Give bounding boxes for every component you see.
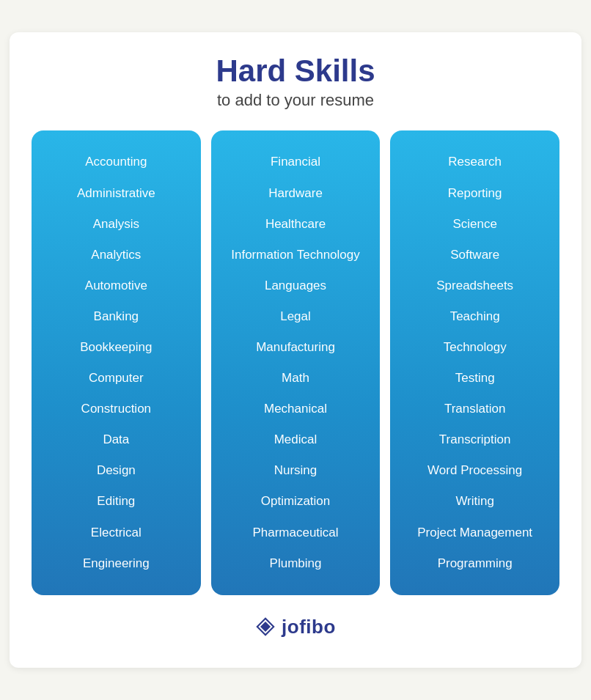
skill-item: Automotive	[39, 270, 194, 301]
skill-item: Project Management	[397, 517, 552, 548]
skill-item: Spreadsheets	[397, 270, 552, 301]
skills-columns: AccountingAdministrativeAnalysisAnalytic…	[32, 130, 559, 594]
skill-item: Research	[397, 147, 552, 177]
skill-item: Financial	[219, 147, 373, 177]
skill-item: Data	[39, 424, 194, 455]
skill-item: Word Processing	[397, 455, 552, 486]
skill-item: Languages	[219, 270, 373, 301]
skills-column-col1: AccountingAdministrativeAnalysisAnalytic…	[32, 130, 201, 594]
brand-icon	[255, 616, 276, 637]
skill-item: Pharmaceutical	[219, 517, 373, 548]
brand-name: jofibo	[282, 616, 336, 638]
skill-item: Information Technology	[219, 240, 373, 270]
skill-item: Manufacturing	[219, 332, 373, 363]
skill-item: Nursing	[219, 455, 373, 486]
skills-column-col3: ResearchReportingScienceSoftwareSpreadsh…	[390, 130, 559, 594]
skill-item: Teaching	[397, 301, 552, 332]
skill-item: Testing	[397, 363, 552, 394]
skill-item: Analysis	[39, 209, 194, 240]
page-title: Hard Skills	[32, 54, 559, 88]
header-section: Hard Skills to add to your resume	[32, 54, 559, 110]
skill-item: Medical	[219, 424, 373, 455]
skill-item: Healthcare	[219, 209, 373, 240]
skill-item: Hardware	[219, 178, 373, 209]
main-card: Hard Skills to add to your resume Accoun…	[10, 32, 581, 668]
skill-item: Translation	[397, 394, 552, 424]
skill-item: Bookkeeping	[39, 332, 194, 363]
skill-item: Science	[397, 209, 552, 240]
skill-item: Accounting	[39, 147, 194, 177]
skill-item: Mechanical	[219, 394, 373, 424]
skills-column-col2: FinancialHardwareHealthcareInformation T…	[211, 130, 381, 594]
page-subtitle: to add to your resume	[32, 91, 559, 110]
skill-item: Legal	[219, 301, 373, 332]
skill-item: Math	[219, 363, 373, 394]
skill-item: Reporting	[397, 178, 552, 209]
skill-item: Administrative	[39, 178, 194, 209]
skill-item: Editing	[39, 486, 194, 517]
skill-item: Transcription	[397, 424, 552, 455]
skill-item: Engineering	[39, 548, 194, 579]
skill-item: Analytics	[39, 240, 194, 270]
skill-item: Design	[39, 455, 194, 486]
skill-item: Optimization	[219, 486, 373, 517]
skill-item: Plumbing	[219, 548, 373, 579]
skill-item: Banking	[39, 301, 194, 332]
skill-item: Programming	[397, 548, 552, 579]
skill-item: Software	[397, 240, 552, 270]
skill-item: Construction	[39, 394, 194, 424]
skill-item: Writing	[397, 486, 552, 517]
skill-item: Computer	[39, 363, 194, 394]
footer: jofibo	[32, 616, 559, 638]
skill-item: Technology	[397, 332, 552, 363]
skill-item: Electrical	[39, 517, 194, 548]
